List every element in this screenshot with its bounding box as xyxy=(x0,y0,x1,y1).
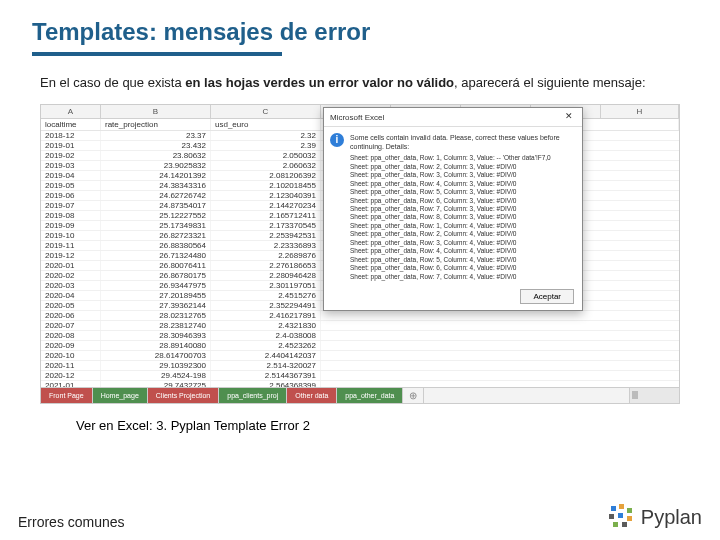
logo-dot xyxy=(611,506,616,511)
logo-dot xyxy=(627,516,632,521)
cell-usd: 2.23336893 xyxy=(211,241,321,250)
cell-usd: 2.253942531 xyxy=(211,231,321,240)
brand-name: Pyplan xyxy=(641,506,702,529)
dialog-detail-line: Sheet: ppa_other_data, Row: 3, Column: 3… xyxy=(350,171,574,179)
dialog-detail-line: Sheet: ppa_other_data, Row: 6, Column: 3… xyxy=(350,197,574,205)
sheet-tab[interactable]: Home_page xyxy=(93,388,148,403)
cell-usd: 2.050032 xyxy=(211,151,321,160)
dialog-detail-line: Sheet: ppa_other_data, Row: 5, Column: 3… xyxy=(350,188,574,196)
table-row: 2020-0628.023127652.416217891 xyxy=(41,311,679,321)
cell-time: 2020-12 xyxy=(41,371,101,380)
cell-time: 2019-05 xyxy=(41,181,101,190)
field-label: usd_euro xyxy=(211,119,321,130)
cell-rate: 29.4524-198 xyxy=(101,371,211,380)
table-row: 2020-0728.238127402.4321830 xyxy=(41,321,679,331)
sheet-tab[interactable]: Other data xyxy=(287,388,337,403)
cell-rate: 28.89140080 xyxy=(101,341,211,350)
cell-usd: 2.144270234 xyxy=(211,201,321,210)
cell-rate: 26.82723321 xyxy=(101,231,211,240)
intro-text-bold: en las hojas verdes un error valor no vá… xyxy=(185,75,454,90)
cell-time: 2020-04 xyxy=(41,291,101,300)
dialog-titlebar: Microsoft Excel ✕ xyxy=(324,108,582,127)
dialog-detail-line: Sheet: ppa_other_data, Row: 4, Column: 4… xyxy=(350,247,574,255)
sheet-tab[interactable]: ppa_clients_proj xyxy=(219,388,287,403)
logo-dot xyxy=(619,504,624,509)
cell-usd: 2.5144367391 xyxy=(211,371,321,380)
cell-time: 2018-12 xyxy=(41,131,101,140)
cell-usd: 2.276186653 xyxy=(211,261,321,270)
cell-rate: 24.14201392 xyxy=(101,171,211,180)
logo-dot xyxy=(622,522,627,527)
cell-time: 2019-02 xyxy=(41,151,101,160)
dialog-detail-line: Sheet: ppa_other_data, Row: 7, Column: 4… xyxy=(350,273,574,281)
cell-time: 2019-06 xyxy=(41,191,101,200)
cell-time: 2019-01 xyxy=(41,141,101,150)
cell-rate: 26.86780175 xyxy=(101,271,211,280)
dialog-detail-line: Sheet: ppa_other_data, Row: 7, Column: 3… xyxy=(350,205,574,213)
close-icon[interactable]: ✕ xyxy=(562,111,576,123)
cell-rate: 26.93447975 xyxy=(101,281,211,290)
error-dialog: Microsoft Excel ✕ i Some cells contain i… xyxy=(323,107,583,311)
dialog-detail-line: Sheet: ppa_other_data, Row: 6, Column: 4… xyxy=(350,264,574,272)
accept-button[interactable]: Aceptar xyxy=(520,289,574,304)
cell-time: 2019-12 xyxy=(41,251,101,260)
cell-usd: 2.123040391 xyxy=(211,191,321,200)
cell-time: 2020-08 xyxy=(41,331,101,340)
cell-rate: 24.87354017 xyxy=(101,201,211,210)
table-row: 2020-1129.103923002.514-320027 xyxy=(41,361,679,371)
cell-rate: 24.62726742 xyxy=(101,191,211,200)
screenshot-caption: Ver en Excel: 3. Pyplan Template Error 2 xyxy=(76,418,688,433)
intro-text-2: , aparecerá el siguiente mensaje: xyxy=(454,75,646,90)
cell-usd: 2.4321830 xyxy=(211,321,321,330)
field-label: rate_projection xyxy=(101,119,211,130)
cell-rate: 25.17349831 xyxy=(101,221,211,230)
table-row: 2020-1028.6147007032.4404142037 xyxy=(41,351,679,361)
cell-usd: 2.352294491 xyxy=(211,301,321,310)
add-sheet-button[interactable]: ⊕ xyxy=(403,388,424,403)
logo-dot xyxy=(609,514,614,519)
table-row: 2020-1229.4524-1982.5144367391 xyxy=(41,371,679,381)
cell-time: 2020-09 xyxy=(41,341,101,350)
cell-usd: 2.4404142037 xyxy=(211,351,321,360)
title-underline xyxy=(32,52,282,56)
cell-usd: 2.081206392 xyxy=(211,171,321,180)
cell-rate: 26.80076411 xyxy=(101,261,211,270)
cell-time: 2020-03 xyxy=(41,281,101,290)
cell-rate: 26.88380564 xyxy=(101,241,211,250)
cell-time: 2019-03 xyxy=(41,161,101,170)
dialog-detail-line: Sheet: ppa_other_data, Row: 1, Column: 3… xyxy=(350,154,574,162)
dialog-title: Microsoft Excel xyxy=(330,113,384,122)
sheet-tab[interactable]: ppa_other_data xyxy=(337,388,403,403)
cell-usd: 2.301197051 xyxy=(211,281,321,290)
cell-rate: 26.71324480 xyxy=(101,251,211,260)
cell-time: 2019-07 xyxy=(41,201,101,210)
cell-rate: 24.38343316 xyxy=(101,181,211,190)
cell-usd: 2.4523262 xyxy=(211,341,321,350)
cell-usd: 2.2689876 xyxy=(211,251,321,260)
excel-screenshot: A B C D E F G H localtime rate_projectio… xyxy=(40,104,680,404)
footer-section-title: Errores comunes xyxy=(18,514,125,530)
dialog-detail-line: Sheet: ppa_other_data, Row: 1, Column: 4… xyxy=(350,222,574,230)
cell-usd: 2.514-320027 xyxy=(211,361,321,370)
dialog-detail-line: Sheet: ppa_other_data, Row: 2, Column: 4… xyxy=(350,230,574,238)
sheet-tab[interactable]: Clients Projection xyxy=(148,388,219,403)
cell-time: 2020-10 xyxy=(41,351,101,360)
dialog-detail-line: Sheet: ppa_other_data, Row: 3, Column: 4… xyxy=(350,239,574,247)
cell-usd: 2.102018455 xyxy=(211,181,321,190)
col-header: B xyxy=(101,105,211,118)
cell-time: 2019-04 xyxy=(41,171,101,180)
brand-logo: Pyplan xyxy=(609,504,702,530)
sheet-tab[interactable]: Front Page xyxy=(41,388,93,403)
cell-usd: 2.416217891 xyxy=(211,311,321,320)
cell-rate: 23.80632 xyxy=(101,151,211,160)
cell-time: 2019-09 xyxy=(41,221,101,230)
cell-rate: 27.39362144 xyxy=(101,301,211,310)
table-row: 2020-0828.309463932.4-038008 xyxy=(41,331,679,341)
cell-rate: 23.37 xyxy=(101,131,211,140)
cell-usd: 2.060632 xyxy=(211,161,321,170)
dialog-footer: Aceptar xyxy=(324,285,582,310)
cell-time: 2020-01 xyxy=(41,261,101,270)
cell-usd: 2.32 xyxy=(211,131,321,140)
cell-time: 2019-10 xyxy=(41,231,101,240)
tab-scrollbar[interactable] xyxy=(629,388,679,403)
